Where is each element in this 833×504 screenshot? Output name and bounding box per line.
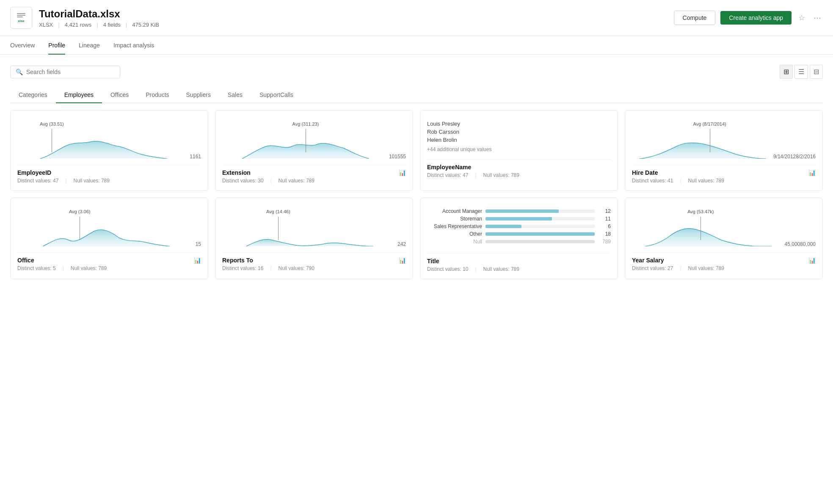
main-tabs: Overview Profile Lineage Impact analysis <box>0 36 833 55</box>
avg-dashed-line <box>701 217 701 240</box>
card-title: Title <box>427 258 439 264</box>
null-values: Null values: 789 <box>483 266 519 272</box>
avg-label: Avg (53.47k) <box>687 209 714 214</box>
tab-overview[interactable]: Overview <box>10 36 35 55</box>
more-options-button[interactable]: ⋯ <box>812 11 823 24</box>
avg-dashed-line <box>306 129 306 152</box>
chart-range: 101 555 <box>389 154 406 160</box>
cat-tab-categories[interactable]: Categories <box>10 87 56 103</box>
null-values: Null values: 789 <box>71 265 107 271</box>
bar-track <box>485 225 595 228</box>
card-hire-date: Avg (8/17/2014) 9/14/20 <box>625 110 823 191</box>
card-title-row: Extension 📊 <box>222 169 406 176</box>
compute-button[interactable]: Compute <box>674 11 716 25</box>
avg-dashed-line <box>278 217 279 240</box>
distinct-values: Distinct values: 5 <box>17 265 56 271</box>
chart-range: 1 161 <box>190 154 201 160</box>
card-year-salary: Avg (53.47k) 45,000 <box>625 198 823 279</box>
range-max: 8/2/2016 <box>796 154 816 160</box>
card-footer: Hire Date 📊 Distinct values: 41 | Null v… <box>632 165 816 184</box>
bar-chart-icon: 📊 <box>399 169 406 176</box>
avg-label: Avg (8/17/2014) <box>693 121 726 127</box>
cat-tab-offices[interactable]: Offices <box>102 87 137 103</box>
bar-label: Account Manager <box>427 208 482 214</box>
area-chart-svg <box>632 217 785 246</box>
bar-fill <box>485 240 595 243</box>
bar-track <box>485 232 595 236</box>
card-chart-extension: Avg (311.23) 101 <box>222 117 406 160</box>
card-meta: Distinct values: 10 | Null values: 789 <box>427 266 611 272</box>
card-meta: Distinct values: 5 | Null values: 789 <box>17 265 201 271</box>
more-values-link: +44 additional unique values <box>427 146 611 152</box>
avg-dashed-line <box>710 129 710 152</box>
view-toggles: ⊞ ☰ ⊟ <box>780 65 823 79</box>
cat-tab-employees[interactable]: Employees <box>56 87 102 103</box>
null-values: Null values: 789 <box>483 172 519 178</box>
cat-tab-products[interactable]: Products <box>137 87 177 103</box>
bar-row: Storeman 11 <box>427 216 611 222</box>
range-max: 5 <box>198 241 201 247</box>
table-view-button[interactable]: ⊟ <box>810 65 823 79</box>
range-min: 1 <box>196 241 199 247</box>
search-box[interactable]: 🔍 <box>10 66 120 78</box>
avg-dashed-line <box>52 129 52 152</box>
avg-label: Avg (311.23) <box>292 121 319 127</box>
grid-view-button[interactable]: ⊞ <box>780 65 793 79</box>
header-actions: Compute Create analytics app ☆ ⋯ <box>674 11 823 25</box>
card-title-row: Title <box>427 258 611 264</box>
file-icon: xlsx <box>10 7 32 29</box>
bar-count: 11 <box>598 216 611 222</box>
chart-range: 1 5 <box>196 241 201 247</box>
cat-tab-suppliers[interactable]: Suppliers <box>178 87 219 103</box>
bar-fill <box>485 217 552 220</box>
card-meta: Distinct values: 47 | Null values: 789 <box>17 178 201 184</box>
null-values: Null values: 789 <box>279 178 314 184</box>
card-footer: Extension 📊 Distinct values: 30 | Null v… <box>222 165 406 184</box>
bar-label: Other <box>427 231 482 237</box>
create-analytics-button[interactable]: Create analytics app <box>720 11 792 25</box>
file-rows: 4,421 rows <box>65 22 92 28</box>
file-size: 475.29 KiB <box>132 22 159 28</box>
card-text-values-employee-name: Louis PresleyRob CarssonHelen Brolin +44… <box>427 117 611 156</box>
card-footer: Office 📊 Distinct values: 5 | Null value… <box>17 252 201 271</box>
bar-count: 6 <box>598 223 611 229</box>
list-view-button[interactable]: ☰ <box>794 65 808 79</box>
card-title: Year Salary <box>632 257 664 264</box>
cat-tab-supportcalls[interactable]: SupportCalls <box>251 87 302 103</box>
avg-label: Avg (3.06) <box>69 209 91 214</box>
avg-dashed-line <box>80 217 80 240</box>
range-max: 42 <box>400 241 406 247</box>
bar-label: Sales Representative <box>427 223 482 229</box>
cards-grid: Avg (33.51) 1 <box>10 110 823 279</box>
cat-tab-sales[interactable]: Sales <box>219 87 251 103</box>
card-meta: Distinct values: 47 | Null values: 789 <box>427 172 611 178</box>
area-chart-svg <box>17 217 196 246</box>
search-icon: 🔍 <box>16 69 23 75</box>
area-chart-svg <box>17 129 190 159</box>
range-min: 2 <box>397 241 400 247</box>
card-footer: EmployeeName Distinct values: 47 | Null … <box>427 159 611 178</box>
null-values: Null values: 789 <box>74 178 110 184</box>
bar-fill <box>485 225 521 228</box>
bar-count: 12 <box>598 208 611 214</box>
search-input[interactable] <box>26 69 115 75</box>
name-item: Louis Presley <box>427 121 611 127</box>
card-chart-reports-to: Avg (14.46) 2 <box>222 205 406 247</box>
bar-fill <box>485 209 559 213</box>
chart-range: 2 42 <box>397 241 406 247</box>
tab-impact-analysis[interactable]: Impact analysis <box>113 36 154 55</box>
toolbar: 🔍 ⊞ ☰ ⊟ <box>10 65 823 79</box>
area-chart-svg <box>222 217 397 246</box>
bar-label: Storeman <box>427 216 482 222</box>
distinct-values: Distinct values: 30 <box>222 178 263 184</box>
main-content: 🔍 ⊞ ☰ ⊟ Categories Employees Offices Pro… <box>0 55 833 289</box>
range-max: 161 <box>193 154 201 160</box>
bar-track <box>485 209 595 213</box>
card-title: Extension <box>222 169 251 176</box>
bar-chart-icon: 📊 <box>808 169 816 176</box>
chart-range: 45,000 80,000 <box>785 241 816 247</box>
null-values: Null values: 789 <box>688 265 724 271</box>
tab-profile[interactable]: Profile <box>48 36 65 55</box>
tab-lineage[interactable]: Lineage <box>79 36 100 55</box>
star-button[interactable]: ☆ <box>797 11 807 24</box>
